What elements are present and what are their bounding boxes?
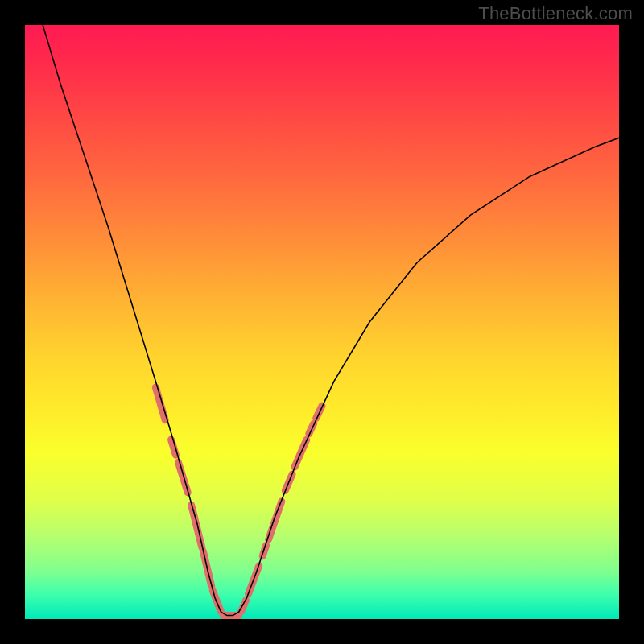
marker-segment	[269, 502, 282, 539]
marker-segment	[309, 423, 314, 434]
bottleneck-curve	[43, 25, 619, 616]
watermark-text: TheBottleneck.com	[478, 3, 633, 24]
marker-segment	[192, 505, 202, 547]
marker-layer	[155, 387, 322, 615]
plot-area	[25, 25, 619, 619]
marker-segment	[155, 387, 165, 420]
curve-svg	[25, 25, 619, 619]
chart-frame: TheBottleneck.com	[0, 0, 644, 644]
